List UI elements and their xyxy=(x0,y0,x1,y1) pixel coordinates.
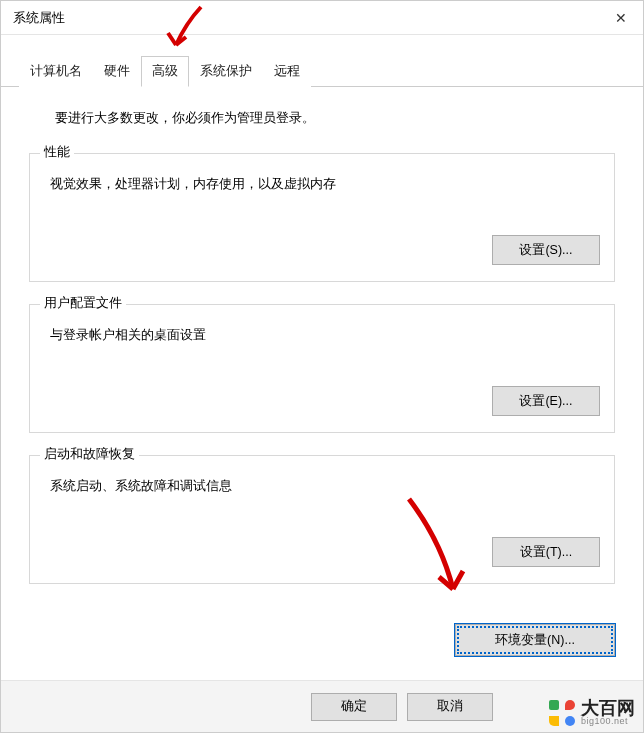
tab-hardware[interactable]: 硬件 xyxy=(93,56,141,87)
environment-variables-button[interactable]: 环境变量(N)... xyxy=(455,624,615,656)
close-icon: ✕ xyxy=(615,10,627,26)
cancel-button[interactable]: 取消 xyxy=(407,693,493,721)
user-profile-desc: 与登录帐户相关的桌面设置 xyxy=(50,327,600,344)
performance-group: 性能 视觉效果，处理器计划，内存使用，以及虚拟内存 设置(S)... xyxy=(29,153,615,282)
admin-required-note: 要进行大多数更改，你必须作为管理员登录。 xyxy=(29,109,615,127)
watermark-text: 大百网 big100.net xyxy=(581,699,635,726)
user-profile-group-title: 用户配置文件 xyxy=(40,295,126,312)
startup-recovery-group: 启动和故障恢复 系统启动、系统故障和调试信息 设置(T)... xyxy=(29,455,615,584)
ok-button[interactable]: 确定 xyxy=(311,693,397,721)
watermark: 大百网 big100.net xyxy=(549,699,635,726)
window-title: 系统属性 xyxy=(13,9,65,27)
tab-advanced[interactable]: 高级 xyxy=(141,56,189,87)
close-button[interactable]: ✕ xyxy=(599,1,643,35)
startup-recovery-desc: 系统启动、系统故障和调试信息 xyxy=(50,478,600,495)
watermark-cn: 大百网 xyxy=(581,699,635,717)
tab-content-advanced: 要进行大多数更改，你必须作为管理员登录。 性能 视觉效果，处理器计划，内存使用，… xyxy=(1,87,643,616)
tabs-row: 计算机名 硬件 高级 系统保护 远程 xyxy=(1,35,643,87)
performance-desc: 视觉效果，处理器计划，内存使用，以及虚拟内存 xyxy=(50,176,600,193)
startup-recovery-settings-button[interactable]: 设置(T)... xyxy=(492,537,600,567)
user-profile-settings-button[interactable]: 设置(E)... xyxy=(492,386,600,416)
performance-group-title: 性能 xyxy=(40,144,74,161)
dialog-footer: 确定 取消 xyxy=(1,680,643,732)
tab-remote[interactable]: 远程 xyxy=(263,56,311,87)
watermark-logo-icon xyxy=(549,700,575,726)
tab-system-protection[interactable]: 系统保护 xyxy=(189,56,263,87)
startup-recovery-group-title: 启动和故障恢复 xyxy=(40,446,139,463)
titlebar: 系统属性 ✕ xyxy=(1,1,643,35)
tab-computer-name[interactable]: 计算机名 xyxy=(19,56,93,87)
user-profile-group: 用户配置文件 与登录帐户相关的桌面设置 设置(E)... xyxy=(29,304,615,433)
performance-settings-button[interactable]: 设置(S)... xyxy=(492,235,600,265)
env-variables-row: 环境变量(N)... xyxy=(1,616,643,674)
system-properties-dialog: 系统属性 ✕ 计算机名 硬件 高级 系统保护 远程 要进行大多数更改，你必须作为… xyxy=(0,0,644,733)
watermark-en: big100.net xyxy=(581,717,635,726)
